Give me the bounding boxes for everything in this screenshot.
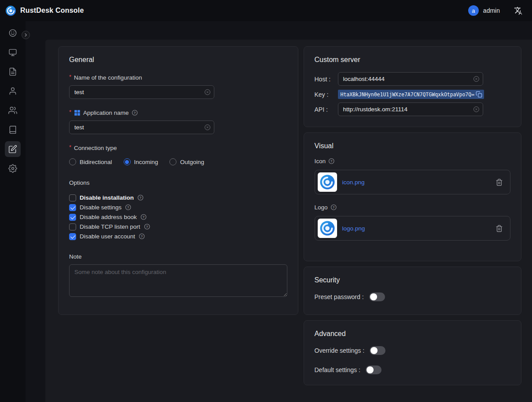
advanced-card: Advanced Override settings : Default set… [304, 320, 522, 385]
top-right: a admin [468, 5, 523, 16]
clear-input-icon[interactable] [204, 89, 211, 95]
checkbox-label: Disable installation [80, 194, 134, 201]
logo-label: Logo ? [315, 204, 511, 211]
gear-icon [8, 164, 17, 173]
document-icon [8, 67, 17, 76]
delete-file-icon[interactable] [495, 225, 503, 232]
help-icon[interactable]: ? [144, 223, 150, 230]
default-settings-row: Default settings : [315, 365, 511, 374]
user-icon [8, 87, 17, 95]
app-title: RustDesk Console [20, 7, 84, 15]
radio-incoming[interactable]: Incoming [124, 158, 158, 165]
options-label: Options [69, 179, 287, 186]
monitor-icon [8, 48, 17, 57]
default-settings-label: Default settings : [315, 366, 360, 373]
radio-label: Incoming [134, 159, 158, 165]
logbook-icon [8, 125, 17, 134]
help-icon[interactable]: ? [137, 194, 144, 201]
checkbox[interactable] [69, 194, 76, 201]
rustdesk-logo-icon [5, 5, 16, 16]
help-icon[interactable]: ? [132, 110, 138, 116]
key-label: Key : [315, 91, 338, 98]
brand: RustDesk Console [5, 5, 84, 16]
app-name-field [69, 121, 214, 134]
app-name-input[interactable] [69, 121, 214, 134]
sidebar-item-smiley[interactable] [5, 25, 21, 41]
radio-icon [169, 158, 176, 165]
svg-text:?: ? [133, 111, 136, 115]
option-disable-installation: Disable installation ? [69, 194, 287, 201]
sidebar [0, 21, 26, 402]
name-field [69, 85, 214, 99]
sidebar-expand-button[interactable] [22, 31, 30, 39]
checkbox-label: Disable TCP listen port [80, 223, 140, 230]
required-asterisk: * [69, 144, 71, 150]
copy-icon[interactable] [476, 91, 482, 98]
checkbox[interactable] [69, 233, 76, 240]
general-title: General [69, 56, 287, 64]
preset-password-row: Preset password : [315, 292, 511, 301]
user-avatar[interactable]: a [468, 5, 479, 16]
name-input[interactable] [69, 85, 214, 99]
option-disable-address-book: Disable address book ? [69, 213, 287, 221]
clear-input-icon[interactable] [473, 106, 480, 113]
svg-text:?: ? [330, 159, 333, 163]
icon-thumbnail [318, 172, 337, 192]
security-card: Security Preset password : [304, 267, 522, 315]
connection-type-group: Bidirectional Incoming Outgoing [69, 158, 287, 165]
sidebar-item-user[interactable] [5, 83, 21, 99]
host-label: Host : [315, 76, 338, 83]
api-input[interactable] [338, 102, 483, 116]
note-textarea[interactable] [69, 264, 287, 297]
checkbox-label: Disable settings [80, 204, 121, 211]
radio-icon [69, 158, 76, 165]
sidebar-item-custom-client[interactable] [5, 141, 21, 157]
help-icon[interactable]: ? [139, 233, 145, 240]
default-settings-toggle[interactable] [366, 365, 382, 374]
help-icon[interactable]: ? [125, 204, 132, 211]
checkbox-label: Disable address book [80, 214, 137, 220]
svg-text:?: ? [141, 234, 143, 238]
help-icon[interactable]: ? [140, 214, 147, 220]
key-value[interactable]: HtaXBkJNHyn0e1U1jWXze7A7CN7QTGWqxkOtpaVp… [341, 91, 475, 98]
icon-file-link[interactable]: icon.png [342, 179, 491, 186]
checkbox[interactable] [69, 204, 76, 211]
sidebar-item-devices[interactable] [5, 44, 21, 60]
option-disable-settings: Disable settings ? [69, 204, 287, 211]
icon-label: Icon ? [315, 158, 511, 164]
edit-icon [8, 145, 17, 153]
sidebar-item-documents[interactable] [5, 64, 21, 80]
content-panel: General * Name of the configuration * [45, 40, 532, 402]
host-row: Host : [315, 72, 511, 86]
host-field [338, 72, 483, 86]
radio-outgoing[interactable]: Outgoing [169, 158, 204, 165]
option-disable-user-account: Disable user account ? [69, 233, 287, 240]
logo-file-box: logo.png [315, 216, 511, 241]
checkbox-label: Disable user account [80, 233, 135, 240]
clear-input-icon[interactable] [473, 76, 480, 82]
sidebar-item-logs[interactable] [5, 122, 21, 138]
radio-label: Outgoing [180, 159, 204, 165]
host-input[interactable] [338, 72, 483, 86]
checkbox[interactable] [69, 214, 76, 221]
sidebar-item-groups[interactable] [5, 102, 21, 118]
visual-title: Visual [315, 142, 511, 150]
translate-icon[interactable] [514, 6, 523, 15]
preset-password-toggle[interactable] [369, 292, 385, 301]
override-settings-toggle[interactable] [370, 346, 385, 355]
top-bar: RustDesk Console a admin [0, 0, 532, 21]
options-list: Disable installation ? Disable settings … [69, 194, 287, 240]
username[interactable]: admin [483, 7, 500, 14]
radio-icon [124, 158, 131, 165]
help-icon[interactable]: ? [330, 204, 337, 211]
sidebar-item-settings[interactable] [5, 161, 21, 176]
clear-input-icon[interactable] [204, 124, 211, 131]
radio-bidirectional[interactable]: Bidirectional [69, 158, 112, 165]
delete-file-icon[interactable] [495, 179, 503, 186]
svg-text:?: ? [332, 205, 334, 209]
help-icon[interactable]: ? [328, 158, 335, 164]
checkbox[interactable] [69, 223, 76, 230]
svg-text:?: ? [143, 215, 145, 219]
logo-file-link[interactable]: logo.png [342, 225, 491, 232]
svg-text:?: ? [139, 196, 142, 200]
